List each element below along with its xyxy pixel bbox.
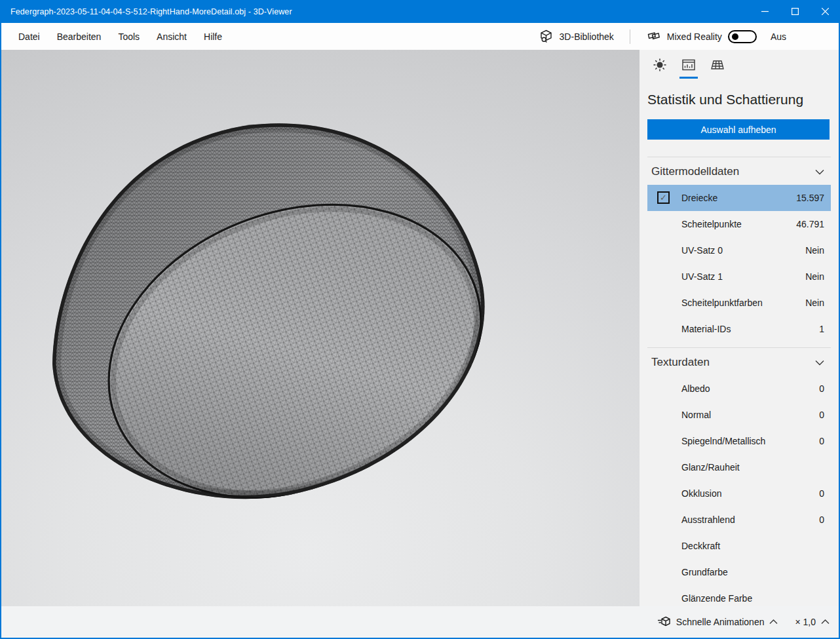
- table-row[interactable]: ✓ Dreiecke 15.597: [647, 185, 831, 211]
- tab-underline: [708, 77, 727, 79]
- mixed-reality-control: Mixed Reality Aus: [646, 29, 786, 44]
- tab-lighting[interactable]: [650, 58, 670, 79]
- table-row[interactable]: Glanz/Rauheit: [647, 454, 831, 480]
- stat-label: Albedo: [681, 383, 710, 394]
- tab-underline-active: [679, 77, 698, 79]
- stat-label: Glänzende Farbe: [681, 593, 752, 604]
- stat-label: Scheitelpunkte: [681, 219, 742, 229]
- texture-data-rows: Albedo 0 Normal 0 Spiegelnd/Metallisch 0…: [640, 376, 839, 606]
- menu-separator: [630, 29, 630, 44]
- mesh-model: [1, 50, 640, 606]
- stat-label: Normal: [681, 410, 711, 420]
- table-row[interactable]: Scheitelpunktfarben Nein: [647, 290, 831, 316]
- stats-panel: Statistik und Schattierung Auswahl aufhe…: [640, 50, 839, 606]
- animated-cube-icon: [657, 615, 671, 629]
- viewport-3d[interactable]: [1, 50, 640, 606]
- chevron-down-icon[interactable]: [815, 169, 824, 175]
- table-row[interactable]: Material-IDs 1: [647, 316, 831, 342]
- library-button[interactable]: 3D-Bibliothek: [539, 29, 614, 44]
- maximize-button[interactable]: [780, 0, 810, 23]
- table-row[interactable]: Glänzende Farbe: [647, 585, 831, 606]
- table-row[interactable]: Albedo 0: [647, 376, 831, 402]
- stat-value: 0: [819, 383, 824, 394]
- tab-wireframe[interactable]: [708, 58, 727, 79]
- cube-search-icon: [539, 29, 554, 44]
- table-row[interactable]: UV-Satz 0 Nein: [647, 237, 831, 263]
- stat-label: Ausstrahlend: [681, 514, 735, 525]
- mesh-data-rows: ✓ Dreiecke 15.597 Scheitelpunkte 46.791 …: [640, 185, 839, 342]
- table-row[interactable]: Grundfarbe: [647, 559, 831, 585]
- stat-value: Nein: [805, 298, 824, 308]
- section-header-mesh[interactable]: Gittermodelldaten: [647, 157, 831, 185]
- minimize-button[interactable]: [750, 0, 780, 23]
- panel-tabs: [640, 50, 839, 79]
- chevron-down-icon[interactable]: [815, 360, 824, 366]
- stat-value: Nein: [805, 271, 824, 282]
- deselect-button[interactable]: Auswahl aufheben: [647, 119, 830, 140]
- table-row[interactable]: Spiegelnd/Metallisch 0: [647, 428, 831, 454]
- checkbox-checked-icon[interactable]: ✓: [657, 191, 670, 204]
- stat-label: Dreiecke: [681, 193, 717, 203]
- scale-label: × 1,0: [795, 617, 816, 627]
- stat-label: Okklusion: [681, 488, 721, 499]
- mixed-reality-label: Mixed Reality: [667, 31, 722, 42]
- toggle-knob: [732, 33, 738, 40]
- stat-label: Grundfarbe: [681, 567, 728, 577]
- stat-value: 0: [819, 514, 824, 525]
- section-title: Texturdaten: [651, 356, 710, 369]
- panel-title: Statistik und Schattierung: [640, 79, 839, 107]
- mixed-reality-toggle[interactable]: [728, 30, 757, 43]
- animations-control[interactable]: Schnelle Animationen: [657, 615, 778, 629]
- table-row[interactable]: UV-Satz 1 Nein: [647, 263, 831, 290]
- sun-icon: [653, 58, 667, 72]
- statusbar: Schnelle Animationen × 1,0: [1, 606, 839, 638]
- section-title: Gittermodelldaten: [651, 165, 739, 178]
- stat-value: 0: [819, 488, 824, 499]
- chevron-up-icon[interactable]: [821, 619, 830, 625]
- stat-label: UV-Satz 1: [681, 271, 723, 282]
- table-row[interactable]: Okklusion 0: [647, 480, 831, 507]
- scale-control[interactable]: × 1,0: [795, 617, 830, 627]
- mixed-reality-state: Aus: [771, 31, 786, 42]
- tab-statistics[interactable]: [679, 58, 698, 79]
- stat-label: Spiegelnd/Metallisch: [681, 436, 765, 446]
- stat-value: 0: [819, 436, 824, 446]
- stat-label: Material-IDs: [681, 324, 731, 334]
- chevron-up-icon[interactable]: [769, 619, 778, 625]
- stat-label: Deckkraft: [681, 541, 720, 551]
- menu-bearbeiten[interactable]: Bearbeiten: [48, 28, 110, 46]
- tab-underline: [651, 77, 669, 79]
- mr-glasses-icon: [646, 29, 661, 44]
- section-texture-data: Texturdaten: [647, 347, 831, 376]
- window-controls: [750, 0, 840, 23]
- menu-datei[interactable]: Datei: [10, 28, 48, 46]
- table-row[interactable]: Normal 0: [647, 402, 831, 428]
- table-row[interactable]: Deckkraft: [647, 533, 831, 559]
- app-window: Federgraph-2023-05-11-04-04-S-512-RightH…: [0, 0, 840, 639]
- menu-tools[interactable]: Tools: [109, 28, 148, 46]
- animations-label: Schnelle Animationen: [676, 617, 765, 627]
- close-button[interactable]: [810, 0, 840, 23]
- stat-label: Glanz/Rauheit: [681, 462, 740, 473]
- stat-label: UV-Satz 0: [681, 245, 723, 256]
- stat-value: 0: [819, 410, 824, 420]
- menu-ansicht[interactable]: Ansicht: [148, 28, 195, 46]
- titlebar: Federgraph-2023-05-11-04-04-S-512-RightH…: [0, 0, 840, 23]
- stat-value: 15.597: [796, 193, 824, 203]
- table-row[interactable]: Scheitelpunkte 46.791: [647, 211, 831, 237]
- stat-label: Scheitelpunktfarben: [681, 298, 763, 308]
- statistics-icon: [681, 58, 696, 72]
- section-header-texture[interactable]: Texturdaten: [647, 348, 831, 376]
- stat-value: 1: [819, 324, 824, 334]
- section-mesh-data: Gittermodelldaten: [647, 157, 831, 185]
- menubar: Datei Bearbeiten Tools Ansicht Hilfe 3D-…: [1, 23, 839, 50]
- library-label: 3D-Bibliothek: [560, 31, 614, 42]
- table-row[interactable]: Ausstrahlend 0: [647, 507, 831, 533]
- stat-value: 46.791: [796, 219, 824, 229]
- wireframe-icon: [710, 58, 725, 72]
- menu-hilfe[interactable]: Hilfe: [195, 28, 231, 46]
- window-title: Federgraph-2023-05-11-04-04-S-512-RightH…: [0, 7, 292, 16]
- stat-value: Nein: [805, 245, 824, 256]
